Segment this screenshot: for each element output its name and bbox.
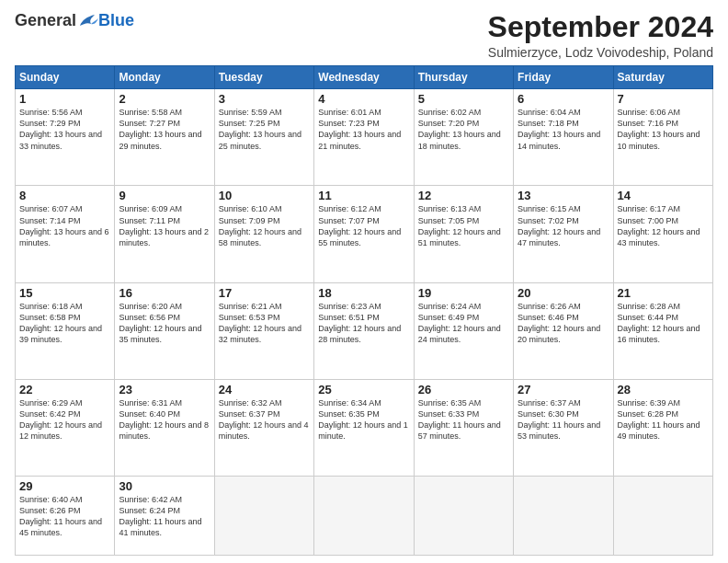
calendar-week-row: 1Sunrise: 5:56 AM Sunset: 7:29 PM Daylig… xyxy=(16,89,713,186)
table-row: 4Sunrise: 6:01 AM Sunset: 7:23 PM Daylig… xyxy=(314,89,414,186)
day-number: 4 xyxy=(318,92,409,106)
day-number: 8 xyxy=(19,189,110,202)
table-row: 24Sunrise: 6:32 AM Sunset: 6:37 PM Dayli… xyxy=(214,379,313,476)
day-info: Sunrise: 6:31 AM Sunset: 6:40 PM Dayligh… xyxy=(119,397,210,442)
day-number: 17 xyxy=(219,286,310,300)
table-row: 18Sunrise: 6:23 AM Sunset: 6:51 PM Dayli… xyxy=(314,282,414,379)
day-number: 2 xyxy=(119,92,210,106)
day-info: Sunrise: 5:56 AM Sunset: 7:29 PM Dayligh… xyxy=(19,107,110,152)
header: General Blue September 2024 Sulmierzyce,… xyxy=(15,11,713,60)
day-info: Sunrise: 6:15 AM Sunset: 7:02 PM Dayligh… xyxy=(518,203,609,248)
table-row xyxy=(514,476,613,555)
calendar-week-row: 15Sunrise: 6:18 AM Sunset: 6:58 PM Dayli… xyxy=(16,282,713,379)
day-info: Sunrise: 6:02 AM Sunset: 7:20 PM Dayligh… xyxy=(418,107,509,152)
table-row: 10Sunrise: 6:10 AM Sunset: 7:09 PM Dayli… xyxy=(214,186,313,282)
table-row: 30Sunrise: 6:42 AM Sunset: 6:24 PM Dayli… xyxy=(115,476,214,555)
day-info: Sunrise: 6:06 AM Sunset: 7:16 PM Dayligh… xyxy=(618,107,709,152)
day-info: Sunrise: 6:18 AM Sunset: 6:58 PM Dayligh… xyxy=(19,301,110,346)
table-row: 3Sunrise: 5:59 AM Sunset: 7:25 PM Daylig… xyxy=(214,89,313,186)
day-number: 16 xyxy=(119,286,210,300)
table-row: 5Sunrise: 6:02 AM Sunset: 7:20 PM Daylig… xyxy=(414,89,513,186)
table-row: 25Sunrise: 6:34 AM Sunset: 6:35 PM Dayli… xyxy=(314,379,414,476)
col-thursday: Thursday xyxy=(414,66,513,89)
day-info: Sunrise: 5:58 AM Sunset: 7:27 PM Dayligh… xyxy=(119,107,210,152)
logo-bird-icon xyxy=(78,13,98,29)
logo-general-text: General xyxy=(15,11,76,30)
table-row: 12Sunrise: 6:13 AM Sunset: 7:05 PM Dayli… xyxy=(414,186,513,282)
table-row: 2Sunrise: 5:58 AM Sunset: 7:27 PM Daylig… xyxy=(115,89,214,186)
day-number: 7 xyxy=(618,92,709,106)
day-number: 18 xyxy=(318,286,409,300)
day-number: 26 xyxy=(418,383,509,396)
day-info: Sunrise: 6:01 AM Sunset: 7:23 PM Dayligh… xyxy=(318,107,409,152)
day-number: 28 xyxy=(618,383,709,396)
day-number: 23 xyxy=(119,383,210,396)
col-sunday: Sunday xyxy=(16,66,115,89)
logo: General Blue xyxy=(15,11,134,30)
day-number: 13 xyxy=(518,189,609,202)
table-row: 22Sunrise: 6:29 AM Sunset: 6:42 PM Dayli… xyxy=(16,379,115,476)
table-row: 14Sunrise: 6:17 AM Sunset: 7:00 PM Dayli… xyxy=(613,186,712,282)
day-info: Sunrise: 6:17 AM Sunset: 7:00 PM Dayligh… xyxy=(618,203,709,248)
location-subtitle: Sulmierzyce, Lodz Voivodeship, Poland xyxy=(488,45,713,60)
day-info: Sunrise: 6:21 AM Sunset: 6:53 PM Dayligh… xyxy=(219,301,310,346)
table-row: 7Sunrise: 6:06 AM Sunset: 7:16 PM Daylig… xyxy=(613,89,712,186)
day-info: Sunrise: 5:59 AM Sunset: 7:25 PM Dayligh… xyxy=(219,107,310,152)
day-number: 1 xyxy=(19,92,110,106)
table-row: 20Sunrise: 6:26 AM Sunset: 6:46 PM Dayli… xyxy=(514,282,613,379)
table-row: 17Sunrise: 6:21 AM Sunset: 6:53 PM Dayli… xyxy=(214,282,313,379)
col-friday: Friday xyxy=(514,66,613,89)
day-info: Sunrise: 6:26 AM Sunset: 6:46 PM Dayligh… xyxy=(518,301,609,346)
day-number: 10 xyxy=(219,189,310,202)
day-number: 9 xyxy=(119,189,210,202)
day-number: 5 xyxy=(418,92,509,106)
col-tuesday: Tuesday xyxy=(214,66,313,89)
table-row: 6Sunrise: 6:04 AM Sunset: 7:18 PM Daylig… xyxy=(514,89,613,186)
day-number: 30 xyxy=(119,479,210,493)
day-info: Sunrise: 6:12 AM Sunset: 7:07 PM Dayligh… xyxy=(318,203,409,248)
table-row: 16Sunrise: 6:20 AM Sunset: 6:56 PM Dayli… xyxy=(115,282,214,379)
day-number: 25 xyxy=(318,383,409,396)
day-number: 14 xyxy=(618,189,709,202)
table-row xyxy=(314,476,414,555)
day-info: Sunrise: 6:42 AM Sunset: 6:24 PM Dayligh… xyxy=(119,494,210,539)
table-row: 1Sunrise: 5:56 AM Sunset: 7:29 PM Daylig… xyxy=(16,89,115,186)
day-info: Sunrise: 6:24 AM Sunset: 6:49 PM Dayligh… xyxy=(418,301,509,346)
day-info: Sunrise: 6:32 AM Sunset: 6:37 PM Dayligh… xyxy=(219,397,310,442)
col-saturday: Saturday xyxy=(613,66,712,89)
day-info: Sunrise: 6:13 AM Sunset: 7:05 PM Dayligh… xyxy=(418,203,509,248)
day-info: Sunrise: 6:35 AM Sunset: 6:33 PM Dayligh… xyxy=(418,397,509,442)
day-number: 20 xyxy=(518,286,609,300)
table-row xyxy=(214,476,313,555)
day-info: Sunrise: 6:07 AM Sunset: 7:14 PM Dayligh… xyxy=(19,203,110,248)
day-number: 22 xyxy=(19,383,110,396)
day-info: Sunrise: 6:40 AM Sunset: 6:26 PM Dayligh… xyxy=(19,494,110,539)
day-info: Sunrise: 6:34 AM Sunset: 6:35 PM Dayligh… xyxy=(318,397,409,442)
table-row: 8Sunrise: 6:07 AM Sunset: 7:14 PM Daylig… xyxy=(16,186,115,282)
table-row: 13Sunrise: 6:15 AM Sunset: 7:02 PM Dayli… xyxy=(514,186,613,282)
day-number: 19 xyxy=(418,286,509,300)
day-info: Sunrise: 6:09 AM Sunset: 7:11 PM Dayligh… xyxy=(119,203,210,248)
day-info: Sunrise: 6:23 AM Sunset: 6:51 PM Dayligh… xyxy=(318,301,409,346)
table-row: 26Sunrise: 6:35 AM Sunset: 6:33 PM Dayli… xyxy=(414,379,513,476)
month-title: September 2024 xyxy=(488,11,713,43)
table-row: 23Sunrise: 6:31 AM Sunset: 6:40 PM Dayli… xyxy=(115,379,214,476)
table-row: 28Sunrise: 6:39 AM Sunset: 6:28 PM Dayli… xyxy=(613,379,712,476)
day-info: Sunrise: 6:20 AM Sunset: 6:56 PM Dayligh… xyxy=(119,301,210,346)
table-row: 11Sunrise: 6:12 AM Sunset: 7:07 PM Dayli… xyxy=(314,186,414,282)
title-section: September 2024 Sulmierzyce, Lodz Voivode… xyxy=(488,11,713,60)
day-number: 21 xyxy=(618,286,709,300)
calendar-container: General Blue September 2024 Sulmierzyce,… xyxy=(0,0,728,563)
calendar-table: Sunday Monday Tuesday Wednesday Thursday… xyxy=(15,65,713,556)
table-row: 9Sunrise: 6:09 AM Sunset: 7:11 PM Daylig… xyxy=(115,186,214,282)
logo-blue-text: Blue xyxy=(98,11,134,30)
day-number: 15 xyxy=(19,286,110,300)
day-number: 27 xyxy=(518,383,609,396)
table-row xyxy=(613,476,712,555)
day-number: 6 xyxy=(518,92,609,106)
day-number: 24 xyxy=(219,383,310,396)
table-row: 19Sunrise: 6:24 AM Sunset: 6:49 PM Dayli… xyxy=(414,282,513,379)
col-monday: Monday xyxy=(115,66,214,89)
day-info: Sunrise: 6:04 AM Sunset: 7:18 PM Dayligh… xyxy=(518,107,609,152)
calendar-week-row: 29Sunrise: 6:40 AM Sunset: 6:26 PM Dayli… xyxy=(16,476,713,555)
